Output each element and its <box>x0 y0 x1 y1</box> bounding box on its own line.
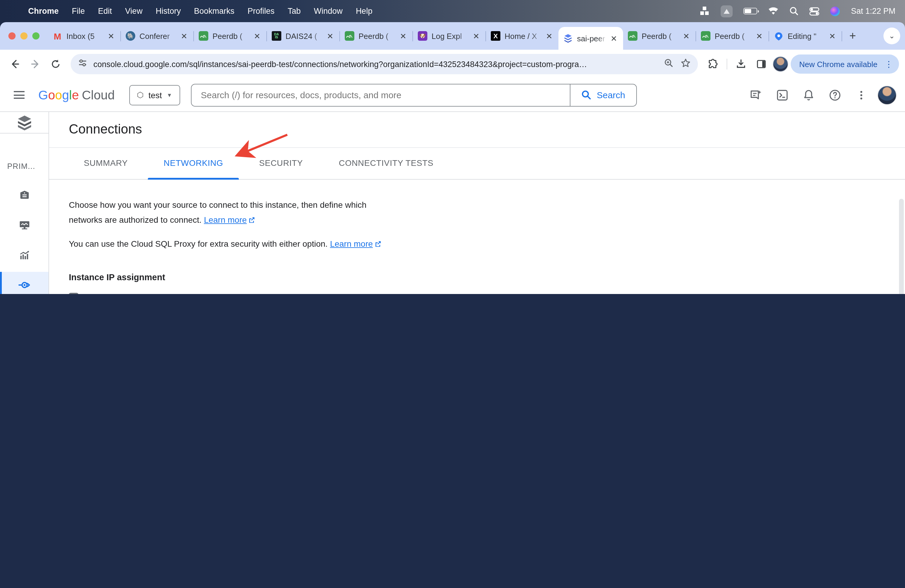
menu-window[interactable]: Window <box>307 6 349 16</box>
extensions-icon[interactable] <box>704 55 722 73</box>
menu-file[interactable]: File <box>65 6 92 16</box>
cloud-shell-icon[interactable] <box>772 85 792 105</box>
tab-sai-peerdb-active[interactable]: sai-peer ✕ <box>559 27 623 50</box>
downloads-icon[interactable] <box>732 55 750 73</box>
menu-chrome[interactable]: Chrome <box>22 6 65 16</box>
learn-more-link[interactable]: Learn more <box>330 239 373 248</box>
account-avatar[interactable] <box>878 85 897 105</box>
site-settings-icon[interactable] <box>78 58 87 70</box>
update-menu-icon[interactable]: ⋮ <box>882 59 895 69</box>
sidebar-item-overview[interactable] <box>0 182 49 208</box>
cloud-sql-sidebar: PRIM... <box>0 112 49 294</box>
tab-dais24[interactable]: DAIS DAIS24 ( ✕ <box>267 26 340 46</box>
spotlight-icon[interactable] <box>789 5 798 17</box>
bookmark-star-icon[interactable] <box>681 58 691 70</box>
private-ip-row: Private IP <box>69 292 905 294</box>
gcp-search-button[interactable]: Search <box>570 84 636 106</box>
google-cloud-logo[interactable]: GoogleCloud <box>38 88 114 102</box>
gcp-app-body: PRIM... <box>0 112 905 294</box>
help-icon[interactable] <box>825 85 845 105</box>
tab-peerdb-1[interactable]: ᨒ Peerdb ( ✕ <box>194 26 266 46</box>
tab-x-home[interactable]: X Home / X ✕ <box>486 26 559 46</box>
tab-close-icon[interactable]: ✕ <box>399 32 408 40</box>
tab-editing-map[interactable]: Editing " ✕ <box>769 26 841 46</box>
menubar-clock[interactable]: Sat 1:22 PM <box>851 6 895 16</box>
tab-close-icon[interactable]: ✕ <box>106 32 116 40</box>
wifi-icon[interactable] <box>768 5 778 17</box>
intro-paragraph: Choose how you want your source to conne… <box>69 198 905 228</box>
tab-close-icon[interactable]: ✕ <box>755 32 764 40</box>
reload-button[interactable] <box>47 55 65 73</box>
peerdb-favicon-icon: ᨒ <box>628 31 637 41</box>
toolbar-divider <box>727 59 727 70</box>
sidebar-item-query-insights[interactable] <box>0 242 49 268</box>
menu-bookmarks[interactable]: Bookmarks <box>187 6 241 16</box>
gcp-search-input[interactable] <box>191 90 570 100</box>
private-ip-checkbox[interactable] <box>69 292 78 294</box>
forward-button[interactable] <box>26 55 44 73</box>
cloud-sql-logo[interactable] <box>0 112 49 133</box>
nav-menu-icon[interactable] <box>8 84 30 106</box>
tab-summary[interactable]: SUMMARY <box>66 146 146 180</box>
url-text[interactable]: console.cloud.google.com/sql/instances/s… <box>94 60 659 68</box>
datadog-favicon-icon: 🐶 <box>418 31 427 41</box>
tab-conference[interactable]: 🐘 Conferer ✕ <box>121 26 193 46</box>
tab-peerdb-4[interactable]: ᨒ Peerdb ( ✕ <box>696 26 768 46</box>
menu-edit[interactable]: Edit <box>92 6 119 16</box>
tab-close-icon[interactable]: ✕ <box>609 34 618 43</box>
tab-peerdb-3[interactable]: ᨒ Peerdb ( ✕ <box>623 26 695 46</box>
search-icon <box>581 90 591 100</box>
dais-favicon-icon: DAIS <box>272 31 281 41</box>
notifications-bell-icon[interactable] <box>799 85 819 105</box>
project-picker[interactable]: ⬡ test ▼ <box>129 85 180 105</box>
menu-profiles[interactable]: Profiles <box>241 6 281 16</box>
release-notes-icon[interactable] <box>746 85 766 105</box>
external-link-icon <box>249 213 255 228</box>
chrome-update-pill[interactable]: New Chrome available ⋮ <box>791 54 899 74</box>
minimize-window-button[interactable] <box>21 32 27 40</box>
tab-peerdb-2[interactable]: ᨒ Peerdb ( ✕ <box>340 26 413 46</box>
peerdb-favicon-icon: ᨒ <box>345 31 354 41</box>
project-icon: ⬡ <box>137 91 144 99</box>
address-bar[interactable]: console.cloud.google.com/sql/instances/s… <box>71 54 698 74</box>
zoom-window-button[interactable] <box>32 32 40 40</box>
siri-icon[interactable] <box>830 5 840 17</box>
side-panel-icon[interactable] <box>753 55 770 73</box>
ip-assignment-heading: Instance IP assignment <box>69 272 905 282</box>
sidebar-item-connections[interactable] <box>0 272 49 294</box>
learn-more-link[interactable]: Learn more <box>204 215 247 224</box>
tab-log-explorer[interactable]: 🐶 Log Expl ✕ <box>413 26 486 46</box>
tab-close-icon[interactable]: ✕ <box>545 32 554 40</box>
window-manager-icon[interactable] <box>700 5 710 17</box>
tab-close-icon[interactable]: ✕ <box>472 32 481 40</box>
back-button[interactable] <box>6 55 24 73</box>
tab-security[interactable]: SECURITY <box>241 146 321 180</box>
menu-help[interactable]: Help <box>349 6 379 16</box>
tab-connectivity-tests[interactable]: CONNECTIVITY TESTS <box>321 146 451 180</box>
menu-tab[interactable]: Tab <box>281 6 307 16</box>
sidebar-item-system-insights[interactable] <box>0 212 49 238</box>
zoom-page-icon[interactable] <box>664 58 673 70</box>
overview-icon <box>18 189 30 201</box>
tab-close-icon[interactable]: ✕ <box>828 32 837 40</box>
battery-icon[interactable] <box>743 5 757 17</box>
peerdb-favicon-icon: ᨒ <box>701 31 710 41</box>
browser-profile-avatar[interactable] <box>773 56 788 72</box>
scrollbar-thumb[interactable] <box>899 199 904 294</box>
tab-close-icon[interactable]: ✕ <box>325 32 335 40</box>
desktop: Chrome File Edit View History Bookmarks … <box>0 0 905 294</box>
control-center-icon[interactable] <box>809 5 819 17</box>
tab-networking[interactable]: NETWORKING <box>146 146 241 180</box>
more-options-icon[interactable] <box>851 85 872 105</box>
menubar-app-icon[interactable] <box>720 5 732 17</box>
tab-inbox[interactable]: M Inbox (5 ✕ <box>48 26 120 46</box>
menu-view[interactable]: View <box>119 6 149 16</box>
window-controls <box>8 32 40 40</box>
new-tab-button[interactable]: + <box>842 29 863 43</box>
tab-close-icon[interactable]: ✕ <box>682 32 691 40</box>
menu-history[interactable]: History <box>149 6 187 16</box>
tab-close-icon[interactable]: ✕ <box>179 32 189 40</box>
close-window-button[interactable] <box>8 32 16 40</box>
tab-search-button[interactable]: ⌄ <box>883 27 900 44</box>
tab-close-icon[interactable]: ✕ <box>252 32 262 40</box>
